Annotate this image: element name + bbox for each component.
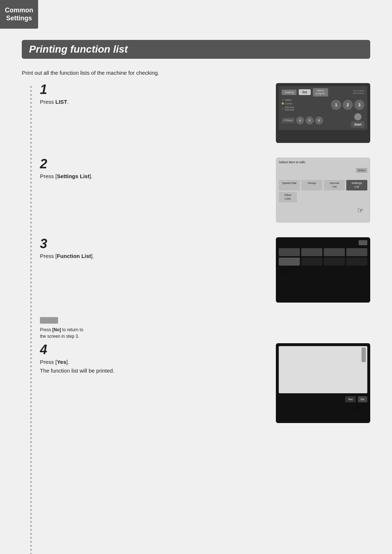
- dot: [30, 545, 32, 547]
- dot: [30, 521, 32, 523]
- dot: [30, 341, 32, 343]
- screen3-highlight-btn: [279, 258, 300, 266]
- dot: [30, 417, 32, 419]
- screen4-scrollbar: [362, 348, 366, 362]
- screen3-btn-6: [324, 258, 345, 266]
- dot: [30, 290, 32, 291]
- screen2-other-row: OtherLists: [279, 192, 367, 202]
- dot: [30, 549, 32, 551]
- dot: [30, 485, 32, 487]
- note-indicator: [40, 317, 58, 324]
- screen3-btn-7: [346, 258, 367, 266]
- dot: [30, 214, 32, 216]
- dot: [30, 309, 32, 311]
- note-box: [40, 317, 269, 324]
- step-3-number: 3: [40, 237, 269, 250]
- dot: [30, 321, 32, 323]
- list-btn: list: [299, 89, 311, 95]
- start-btn: Start: [351, 121, 364, 128]
- step-3: 3 Press [Function List].: [40, 237, 370, 303]
- steps-main: 1 Press LIST. Setting list Macroprogram …: [40, 83, 370, 438]
- dot: [30, 118, 32, 120]
- dot: [30, 533, 32, 535]
- speed-dial-btn: Speed Dial: [279, 180, 300, 190]
- dot: [30, 453, 32, 455]
- dot: [30, 162, 32, 164]
- key-4: 4: [296, 116, 304, 124]
- dot: [30, 194, 32, 196]
- dot: [30, 182, 32, 184]
- alarm-light: [282, 99, 284, 101]
- dot: [30, 234, 32, 235]
- step-3-description: Press [Function List].: [40, 252, 269, 260]
- dot: [30, 166, 32, 168]
- dot: [30, 250, 32, 251]
- step-4-text: 4 Press [Yes]. The function list will be…: [40, 343, 269, 375]
- dot: [30, 138, 32, 140]
- intro-text: Print out all the function lists of the …: [22, 70, 370, 76]
- dot: [30, 178, 32, 180]
- dot: [30, 329, 32, 331]
- dot: [30, 274, 32, 275]
- hand-pointer-icon: ☞: [279, 206, 367, 215]
- screen3-btn-1: [279, 248, 300, 256]
- dot: [30, 150, 32, 152]
- dot: [30, 337, 32, 339]
- screen3-row1: [279, 248, 367, 256]
- setting-btn: Setting: [282, 90, 297, 95]
- screen4-inner: [279, 346, 367, 393]
- dot: [30, 206, 32, 208]
- dot: [30, 86, 32, 88]
- dots-column: [22, 83, 40, 554]
- dot: [30, 405, 32, 407]
- dot: [30, 477, 32, 479]
- dot: [30, 389, 32, 391]
- dot: [30, 294, 32, 295]
- dot: [30, 493, 32, 495]
- dot: [30, 262, 32, 263]
- dots-line: [30, 86, 32, 554]
- dot: [30, 305, 32, 307]
- alarm-label: Alarm: [285, 99, 291, 101]
- group-btn: Group: [301, 180, 322, 190]
- dot: [30, 409, 32, 411]
- screen3-btn-3: [324, 248, 345, 256]
- dot: [30, 445, 32, 447]
- dot: [30, 377, 32, 379]
- dot: [30, 202, 32, 204]
- dot: [30, 361, 32, 363]
- screen4-bottom-buttons: Yes No: [279, 396, 367, 402]
- step-4: 4 Press [Yes]. The function list will be…: [40, 343, 370, 423]
- step-1: 1 Press LIST. Setting list Macroprogram …: [40, 83, 370, 143]
- dot: [30, 313, 32, 315]
- key-6: 6: [315, 116, 323, 124]
- dot: [30, 238, 32, 239]
- dot: [30, 429, 32, 431]
- steps-section: 1 Press LIST. Setting list Macroprogram …: [22, 83, 370, 554]
- dot: [30, 286, 32, 287]
- dot: [30, 393, 32, 395]
- dot: [30, 130, 32, 132]
- dot: [30, 126, 32, 128]
- dot: [30, 381, 32, 383]
- dot: [30, 98, 32, 100]
- dot: [30, 218, 32, 219]
- dot: [30, 333, 32, 335]
- key-3: 3: [354, 100, 364, 110]
- comm-light: [282, 102, 284, 104]
- dot: [30, 134, 32, 136]
- dot: [30, 397, 32, 399]
- step-2-number: 2: [40, 157, 269, 171]
- dot: [30, 437, 32, 439]
- dot: [30, 357, 32, 359]
- step-2-screen: Select item to edit. Enter Speed Dial Gr…: [276, 157, 370, 223]
- screen3-btn-2: [301, 248, 322, 256]
- journal-list-btn: JournalList: [324, 180, 345, 190]
- settings-list-btn: SettingsList: [346, 180, 367, 190]
- key-5: 5: [306, 116, 314, 124]
- dot: [30, 246, 32, 247]
- step-4-hand-icon: ☞: [279, 404, 367, 413]
- dot: [30, 222, 32, 223]
- dot: [30, 461, 32, 463]
- screen2-title: Select item to edit.: [279, 160, 367, 164]
